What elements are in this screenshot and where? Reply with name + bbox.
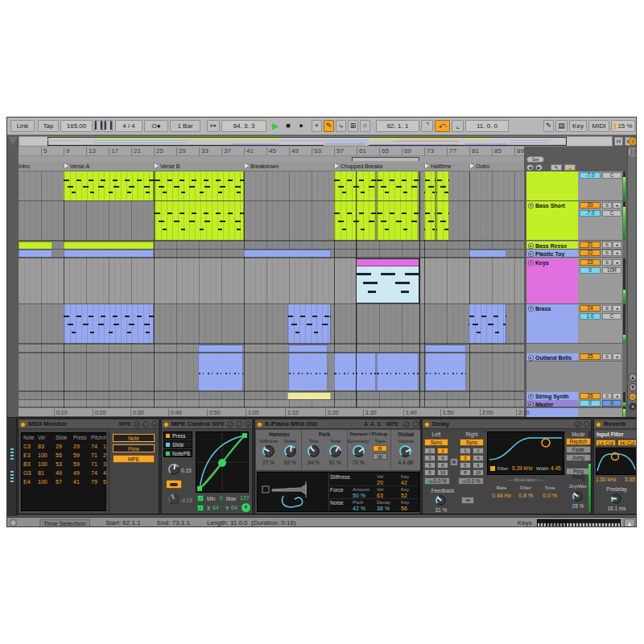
track-activator[interactable]: ●	[613, 393, 621, 399]
solo-button[interactable]: S	[602, 305, 612, 312]
punch-out-button[interactable]: ⌞	[452, 120, 464, 132]
bar-number[interactable]: 57	[334, 147, 344, 155]
filter-on-toggle[interactable]	[490, 466, 495, 471]
hot-swap-icon[interactable]: ⤢	[134, 421, 140, 427]
arrangement-position-field[interactable]: 64. 3. 3	[221, 120, 266, 132]
clip[interactable]	[64, 304, 154, 343]
time-ruler[interactable]: 0:100:200:300:400:501:001:101:201:301:40…	[19, 407, 524, 416]
reverb-freq-value[interactable]: 1.50 kHz	[596, 477, 617, 482]
track-arm-number[interactable]: 25	[580, 353, 601, 360]
bar-number[interactable]: 73	[424, 147, 434, 155]
delay-beat-l-1[interactable]: 1	[424, 448, 436, 454]
bar-number[interactable]: 53	[312, 147, 321, 155]
track-header-track-0[interactable]: -7.0C	[526, 171, 622, 201]
save-preset-icon[interactable]: ↓	[142, 421, 149, 427]
locator-flag[interactable]: Outro	[469, 162, 490, 171]
delay-beat-r-6[interactable]: 6	[473, 462, 484, 469]
bar-number[interactable]: 85	[492, 147, 502, 155]
epiano-title-bar[interactable]: E-Piano MKII Old A A S MPE ⤢ ↓	[255, 419, 419, 429]
locut-button[interactable]: Lo Cut	[596, 440, 616, 446]
fold-device-icon[interactable]: ●	[151, 421, 158, 427]
volume-knob[interactable]	[399, 445, 411, 457]
bar-number[interactable]: 37	[221, 147, 231, 155]
delay-beat-l-2[interactable]: 2	[437, 448, 448, 454]
stereo-link-icon[interactable]: ⊕	[450, 458, 458, 466]
hamburger-menu-icon[interactable]: ☰	[629, 137, 637, 146]
delay-right-sync-button[interactable]: Sync	[460, 439, 484, 446]
track-name[interactable]: Plastic Toy	[535, 251, 564, 257]
scroll-top-triangle-icon[interactable]	[8, 137, 18, 145]
scrub-area[interactable]	[19, 156, 524, 162]
clip[interactable]	[377, 201, 419, 240]
toggle-detail-view-button[interactable]: ▲	[624, 518, 635, 527]
matrix-cell-value[interactable]: 42 %	[353, 506, 365, 511]
locator-flag[interactable]: Breakdown	[244, 162, 279, 171]
track-activator[interactable]: ●	[613, 242, 621, 248]
clip[interactable]	[334, 171, 376, 200]
track-header-brass[interactable]: ▾Brass24S●1.0C	[526, 304, 622, 344]
solo-button[interactable]: S	[602, 202, 612, 208]
variation-s[interactable]: S	[377, 419, 381, 429]
knob-value[interactable]: 34 %	[303, 460, 324, 465]
bar-number[interactable]: 45	[266, 147, 276, 155]
prev-locator-button[interactable]: ◀	[526, 164, 534, 171]
bar-number[interactable]: 33	[199, 147, 208, 155]
draw-mode-button[interactable]: ✎	[324, 120, 334, 132]
hot-swap-icon[interactable]: ⤢	[227, 421, 233, 427]
delay-beat-l-16[interactable]: 16	[437, 469, 448, 476]
range-enable-checkbox[interactable]: ✓	[197, 495, 204, 502]
next-locator-button[interactable]: ▶	[535, 164, 543, 171]
matrix-cell-value[interactable]: 63	[377, 493, 383, 498]
capture-midi-button[interactable]: ○	[360, 120, 370, 132]
bar-number[interactable]: 81	[469, 147, 479, 155]
track-name[interactable]: String Synth	[535, 394, 569, 399]
expand-curve-button[interactable]: ▼	[242, 503, 250, 512]
clip[interactable]	[436, 201, 449, 240]
count-in-icon[interactable]: ▎▎	[104, 120, 113, 132]
overdub-button[interactable]: +	[312, 120, 322, 132]
tone-knob[interactable]	[329, 445, 341, 457]
vertical-zoom-icon[interactable]: ▏▏▏	[629, 148, 637, 156]
freeze-button[interactable]: ∞	[461, 497, 474, 504]
bar-number[interactable]: 65	[379, 147, 389, 155]
track-header-master[interactable]: ▸Master00	[526, 400, 622, 407]
feedback-value[interactable]: 31 %	[431, 507, 452, 513]
min-value[interactable]: 0	[220, 495, 223, 501]
track-volume[interactable]: -7.0	[580, 172, 601, 179]
clip[interactable]	[424, 171, 436, 200]
delay-beat-l-3[interactable]: 3	[424, 455, 436, 461]
automation-mode-button[interactable]: ⤷	[336, 120, 346, 132]
symmetry-knob[interactable]	[353, 445, 365, 457]
fold-track-icon[interactable]: ▾	[528, 306, 534, 312]
bar-number[interactable]: 9	[64, 147, 69, 155]
stiffness-knob[interactable]	[262, 445, 275, 457]
track-lane[interactable]	[19, 392, 524, 399]
clip[interactable]	[356, 258, 419, 303]
noise-knob[interactable]	[284, 445, 296, 457]
hot-swap-icon[interactable]: ⤢	[403, 421, 410, 427]
delay-beat-r-3[interactable]: 3	[460, 455, 471, 461]
selection-edge[interactable]	[356, 171, 357, 407]
delay-beat-r-8[interactable]: 8	[460, 469, 471, 476]
clip[interactable]	[155, 171, 244, 200]
mpe-control-title-bar[interactable]: MPE Control MPE ⤢ ↓ ●	[162, 419, 252, 429]
mpe-curve-display[interactable]	[196, 431, 249, 493]
reverb-title-bar[interactable]: Reverb	[594, 419, 637, 429]
delay-filter-display[interactable]: Filter 5.39 kHz Width 4.45	[487, 431, 564, 475]
track-name[interactable]: Bass Reese	[535, 243, 567, 249]
delay-beat-r-5[interactable]: 5	[460, 462, 471, 469]
loop-start-field[interactable]: 62. 1. 1	[376, 120, 419, 132]
track-name[interactable]: Brass	[535, 306, 551, 312]
delay-title-bar[interactable]: Delay ⤢ ↓	[423, 419, 591, 429]
record-button[interactable]: ●	[295, 120, 307, 132]
bar-number[interactable]: 29	[176, 147, 186, 155]
reverb-filter-display[interactable]	[596, 448, 637, 475]
track-activator[interactable]: ●	[613, 202, 621, 208]
fold-track-icon[interactable]: ▸	[528, 243, 534, 249]
max-value[interactable]: 127	[240, 495, 250, 501]
set-locator-button[interactable]: Set	[526, 156, 544, 163]
clip[interactable]	[155, 201, 244, 240]
clip[interactable]	[425, 345, 466, 352]
reverb-q-value[interactable]: 5.85	[625, 477, 635, 482]
track-name[interactable]: Bass Short	[535, 203, 565, 208]
